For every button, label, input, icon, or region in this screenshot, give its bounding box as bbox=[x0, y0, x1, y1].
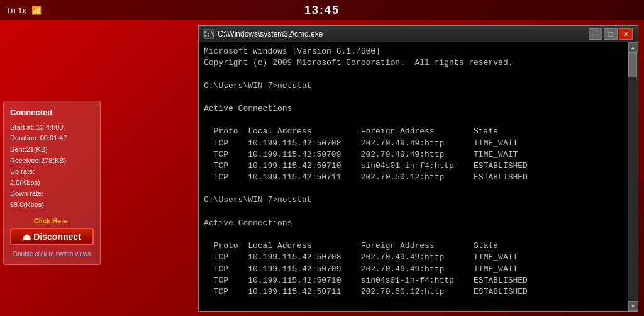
double-click-switch[interactable]: Double click to switch views bbox=[10, 249, 94, 259]
cmd-title: C:\Windows\system32\cmd.exe bbox=[218, 30, 589, 38]
cmd-scrollbar[interactable]: ▲ ▼ bbox=[628, 42, 638, 311]
vpn-up-rate-label: Up rate: bbox=[10, 166, 94, 178]
desktop: Tu 1x 📶 13:45 Connected Start at: 13:44:… bbox=[0, 0, 644, 316]
vpn-duration: Duration: 00:01:47 bbox=[10, 133, 94, 144]
minimize-button[interactable]: — bbox=[589, 28, 602, 40]
disconnect-label: Disconnect bbox=[33, 232, 80, 242]
vpn-start-at: Start at: 13:44:03 bbox=[10, 122, 94, 133]
cmd-output[interactable]: Microsoft Windows [Version 6.1.7600] Cop… bbox=[199, 42, 628, 311]
vpn-received: Received:278(KB) bbox=[10, 155, 94, 167]
vpn-status: Connected bbox=[10, 106, 94, 120]
scroll-up-button[interactable]: ▲ bbox=[628, 42, 638, 52]
click-here-label: Click Here: bbox=[10, 216, 94, 227]
vpn-down-rate-label: Down rate: bbox=[10, 188, 94, 200]
cmd-icon: C:\ bbox=[204, 29, 214, 39]
scrollbar-thumb[interactable] bbox=[628, 52, 637, 77]
vpn-down-rate: 68.0(Kbps) bbox=[10, 200, 94, 211]
taskbar-left: Tu 1x 📶 bbox=[6, 6, 42, 15]
vpn-up-rate: 2.0(Kbps) bbox=[10, 178, 94, 189]
scrollbar-track[interactable] bbox=[628, 52, 638, 301]
cmd-controls: — □ ✕ bbox=[589, 28, 633, 40]
taskbar-clock: 13:45 bbox=[304, 4, 340, 17]
scroll-down-button[interactable]: ▼ bbox=[628, 301, 638, 311]
disconnect-container: Click Here: ⏏ Disconnect bbox=[10, 216, 94, 246]
signal-icon: 📶 bbox=[31, 6, 42, 15]
taskbar: Tu 1x 📶 13:45 bbox=[0, 0, 644, 20]
vpn-panel: Connected Start at: 13:44:03 Duration: 0… bbox=[3, 101, 101, 265]
disconnect-button[interactable]: ⏏ Disconnect bbox=[10, 228, 94, 245]
maximize-button[interactable]: □ bbox=[604, 28, 618, 40]
cmd-titlebar: C:\ C:\Windows\system32\cmd.exe — □ ✕ bbox=[199, 26, 638, 42]
cmd-content-wrapper: Microsoft Windows [Version 6.1.7600] Cop… bbox=[199, 42, 638, 311]
vpn-sent: Sent:21(KB) bbox=[10, 144, 94, 155]
cmd-window: C:\ C:\Windows\system32\cmd.exe — □ ✕ Mi… bbox=[198, 25, 638, 312]
taskbar-label: Tu 1x bbox=[6, 6, 26, 15]
close-button[interactable]: ✕ bbox=[619, 28, 633, 40]
disconnect-icon: ⏏ bbox=[23, 232, 31, 242]
